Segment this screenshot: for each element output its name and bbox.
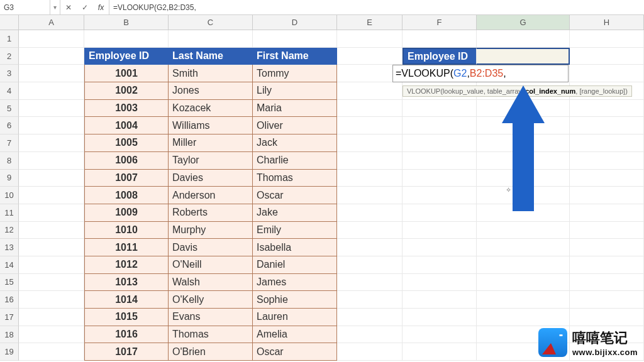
- cell[interactable]: [19, 152, 84, 170]
- cell[interactable]: [402, 343, 477, 361]
- cell[interactable]: [19, 65, 84, 82]
- col-header-E[interactable]: E: [337, 15, 402, 30]
- table-cell[interactable]: O'Neill: [169, 256, 253, 274]
- cell[interactable]: [570, 170, 644, 187]
- table-cell[interactable]: Tommy: [253, 65, 337, 82]
- table-cell[interactable]: 1014: [84, 291, 169, 309]
- cell[interactable]: [19, 291, 84, 309]
- cell[interactable]: [402, 239, 477, 256]
- col-header-A[interactable]: A: [19, 15, 84, 30]
- row-header[interactable]: 10: [0, 187, 19, 204]
- cell[interactable]: [402, 326, 477, 344]
- cell[interactable]: [253, 30, 337, 48]
- table-cell[interactable]: 1006: [84, 152, 169, 170]
- table-cell[interactable]: 1003: [84, 100, 169, 118]
- confirm-icon[interactable]: ✓: [77, 0, 93, 14]
- cell[interactable]: [570, 256, 644, 274]
- name-box[interactable]: G3: [0, 0, 50, 14]
- row-header[interactable]: 11: [0, 204, 19, 222]
- cell[interactable]: [19, 82, 84, 100]
- cell[interactable]: [19, 239, 84, 256]
- spreadsheet-grid[interactable]: =VLOOKUP(G2,B2:D35, VLOOKUP(lookup_value…: [0, 30, 644, 361]
- table-cell[interactable]: Lily: [253, 82, 337, 100]
- cell[interactable]: [19, 309, 84, 326]
- cell[interactable]: [337, 82, 402, 100]
- table-cell[interactable]: 1012: [84, 256, 169, 274]
- row-header[interactable]: 12: [0, 222, 19, 239]
- col-header-F[interactable]: F: [402, 15, 477, 30]
- cell[interactable]: [19, 256, 84, 274]
- col-header-D[interactable]: D: [253, 15, 337, 30]
- cell[interactable]: [477, 256, 570, 274]
- cell[interactable]: [337, 170, 402, 187]
- table-cell[interactable]: 1010: [84, 222, 169, 239]
- row-header[interactable]: 14: [0, 256, 19, 274]
- cell[interactable]: [337, 100, 402, 118]
- table-cell[interactable]: Emily: [253, 222, 337, 239]
- cell[interactable]: [570, 48, 644, 65]
- table-cell[interactable]: 1004: [84, 117, 169, 134]
- table-cell[interactable]: 1005: [84, 134, 169, 152]
- row-header[interactable]: 8: [0, 152, 19, 170]
- row-header[interactable]: 19: [0, 343, 19, 361]
- cell[interactable]: [402, 291, 477, 309]
- fx-icon[interactable]: fx: [93, 0, 109, 14]
- table-cell[interactable]: Taylor: [169, 152, 253, 170]
- cell[interactable]: [337, 256, 402, 274]
- table-cell[interactable]: Walsh: [169, 274, 253, 292]
- table-cell[interactable]: 1017: [84, 343, 169, 361]
- cell[interactable]: [337, 152, 402, 170]
- cell[interactable]: [570, 239, 644, 256]
- col-header-G[interactable]: G: [477, 15, 570, 30]
- table-cell[interactable]: Thomas: [253, 170, 337, 187]
- table-cell[interactable]: 1016: [84, 326, 169, 344]
- cell[interactable]: [337, 30, 402, 48]
- cell[interactable]: [402, 152, 477, 170]
- active-cell-editor[interactable]: =VLOOKUP(G2,B2:D35,: [392, 65, 569, 82]
- cell[interactable]: [19, 134, 84, 152]
- lookup-input-cell[interactable]: [477, 48, 570, 65]
- cell[interactable]: [570, 152, 644, 170]
- cell[interactable]: [337, 343, 402, 361]
- table-cell[interactable]: Davis: [169, 239, 253, 256]
- cell[interactable]: [570, 30, 644, 48]
- table-cell[interactable]: Lauren: [253, 309, 337, 326]
- table-cell[interactable]: 1015: [84, 309, 169, 326]
- cell[interactable]: [402, 256, 477, 274]
- table-cell[interactable]: Jack: [253, 134, 337, 152]
- table-cell[interactable]: Daniel: [253, 256, 337, 274]
- cell[interactable]: [402, 117, 477, 134]
- cell[interactable]: [570, 100, 644, 118]
- row-header[interactable]: 13: [0, 239, 19, 256]
- table-cell[interactable]: 1008: [84, 187, 169, 204]
- cell[interactable]: [477, 239, 570, 256]
- table-cell[interactable]: 1011: [84, 239, 169, 256]
- cell[interactable]: [402, 100, 477, 118]
- table-cell[interactable]: Kozacek: [169, 100, 253, 118]
- table-cell[interactable]: Miller: [169, 134, 253, 152]
- row-header[interactable]: 2: [0, 48, 19, 65]
- cell[interactable]: [337, 326, 402, 344]
- cell[interactable]: [477, 274, 570, 292]
- cell[interactable]: [402, 309, 477, 326]
- cell[interactable]: [402, 204, 477, 222]
- row-header[interactable]: 4: [0, 82, 19, 100]
- table-cell[interactable]: Sophie: [253, 291, 337, 309]
- table-cell[interactable]: Isabella: [253, 239, 337, 256]
- cell[interactable]: [19, 204, 84, 222]
- cell[interactable]: [402, 274, 477, 292]
- table-cell[interactable]: Oscar: [253, 187, 337, 204]
- row-header[interactable]: 16: [0, 291, 19, 309]
- table-header[interactable]: First Name: [253, 48, 337, 65]
- row-header[interactable]: 6: [0, 117, 19, 134]
- row-header[interactable]: 7: [0, 134, 19, 152]
- row-header[interactable]: 15: [0, 274, 19, 292]
- cell[interactable]: [477, 291, 570, 309]
- cell[interactable]: [19, 48, 84, 65]
- table-cell[interactable]: 1013: [84, 274, 169, 292]
- cell[interactable]: [477, 222, 570, 239]
- cell[interactable]: [477, 309, 570, 326]
- cell[interactable]: [402, 170, 477, 187]
- cell[interactable]: [169, 30, 253, 48]
- cell[interactable]: [19, 326, 84, 344]
